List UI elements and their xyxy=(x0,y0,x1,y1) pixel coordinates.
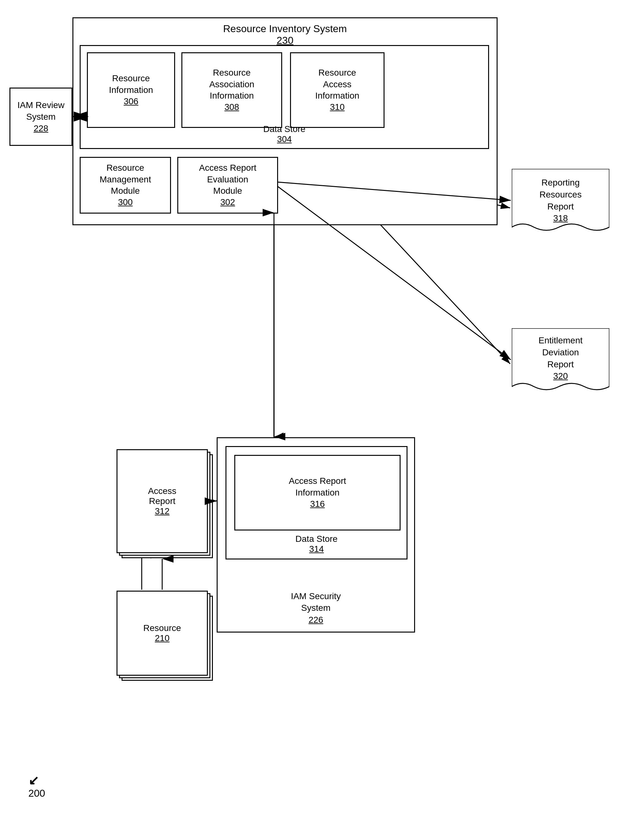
ris-number: 230 xyxy=(74,34,497,46)
iam-review-system-box: IAM ReviewSystem 228 xyxy=(10,88,72,146)
datastore-314-label: Data Store 314 xyxy=(226,534,406,554)
resource-210-label: Resource xyxy=(143,623,181,633)
resource-mgmt-label: ResourceManagementModule xyxy=(100,162,151,197)
datastore-304-label: Data Store 304 xyxy=(80,124,488,144)
resource-mgmt-box: ResourceManagementModule 300 xyxy=(80,157,171,213)
resource-assoc-box: ResourceAssociationInformation 308 xyxy=(181,52,282,128)
ris-outer-box: Resource Inventory System 230 ResourceIn… xyxy=(72,17,498,225)
access-report-info-box: Access ReportInformation 316 Data Store … xyxy=(226,446,408,560)
access-report-number: 312 xyxy=(155,506,170,516)
access-report-info-label: Access ReportInformation xyxy=(289,475,346,498)
access-report-label: AccessReport xyxy=(148,486,176,506)
resource-mgmt-number: 300 xyxy=(118,197,133,208)
resource-access-label: ResourceAccessInformation xyxy=(315,67,359,102)
iam-review-number: 228 xyxy=(34,123,49,134)
resource-access-box: ResourceAccessInformation 310 xyxy=(290,52,385,128)
access-report-eval-number: 302 xyxy=(220,197,235,208)
iam-security-label: IAM SecuritySystem 226 xyxy=(218,590,414,626)
entitlement-deviation-text: EntitlementDeviationReport 320 xyxy=(512,335,610,382)
iam-review-label: IAM ReviewSystem xyxy=(17,99,64,123)
iam-security-outer-box: Access ReportInformation 316 Data Store … xyxy=(217,437,415,633)
resource-info-number: 306 xyxy=(124,96,139,107)
resource-210-number: 210 xyxy=(155,633,170,643)
resource-assoc-number: 308 xyxy=(224,102,239,113)
resource-access-number: 310 xyxy=(330,102,345,113)
figure-label: ↙ 200 xyxy=(28,773,45,799)
ris-title: Resource Inventory System xyxy=(74,23,497,34)
access-report-info-inner: Access ReportInformation 316 xyxy=(234,455,401,530)
access-report-eval-label: Access ReportEvaluationModule xyxy=(199,162,256,197)
resource-assoc-label: ResourceAssociationInformation xyxy=(209,67,254,102)
datastore-304-box: ResourceInformation 306 ResourceAssociat… xyxy=(80,45,489,149)
access-report-eval-box: Access ReportEvaluationModule 302 xyxy=(177,157,278,213)
access-report-info-number: 316 xyxy=(310,498,325,510)
reporting-resources-text: ReportingResourcesReport 318 xyxy=(512,177,610,224)
entitlement-deviation-note: EntitlementDeviationReport 320 xyxy=(512,328,610,391)
resource-info-label: ResourceInformation xyxy=(109,73,153,96)
resource-info-box: ResourceInformation 306 xyxy=(87,52,175,128)
diagram: IAM ReviewSystem 228 Resource Inventory … xyxy=(0,0,644,837)
reporting-resources-note: ReportingResourcesReport 318 xyxy=(512,169,610,232)
